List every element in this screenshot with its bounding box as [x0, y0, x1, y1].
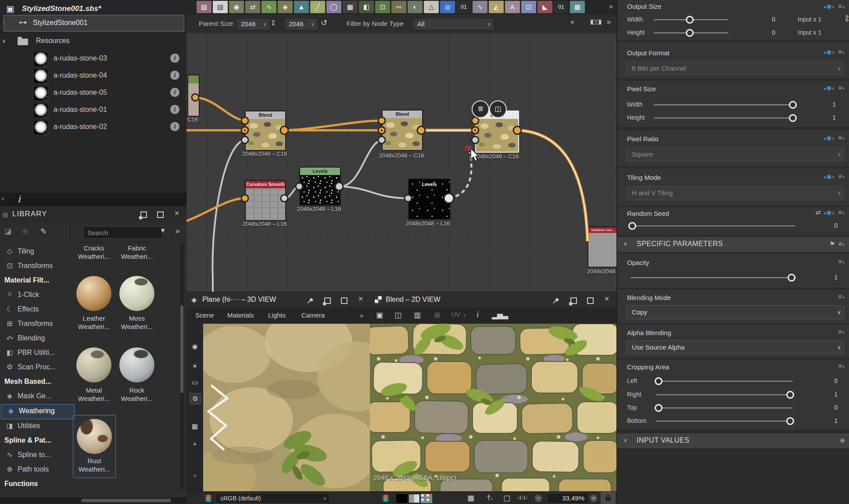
menu-camera[interactable]: Camera — [301, 311, 325, 319]
menu-scene[interactable]: Scene — [195, 311, 214, 319]
tool-warp-icon[interactable]: ◈ — [278, 1, 293, 13]
crop-left-row[interactable]: Left 0 — [617, 375, 849, 388]
edit-pencil-icon[interactable]: ✎ — [40, 227, 47, 236]
node-curvature-smooth[interactable]: Curvature Smooth — [245, 180, 286, 221]
grid-toggle-icon[interactable]: ▦ — [467, 493, 474, 503]
view-2d-viewport[interactable]: 2048 x 2048 (RGBA, 16bpc) — [370, 324, 616, 492]
maximize-window-button[interactable] — [155, 210, 165, 219]
output-format-dropdown[interactable]: 8 Bits per Channel∨ — [626, 61, 844, 75]
reset-size-icon[interactable]: ↺ — [321, 18, 327, 28]
horizontal-scrollbar[interactable] — [0, 497, 186, 504]
histogram-icon[interactable]: ▂▅▃ — [492, 311, 508, 320]
node-graph-canvas[interactable]: C16 Blend 2048x2048 – C16 Blend 2048x204… — [186, 33, 616, 292]
tool-tile-sampler-icon[interactable]: ▦ — [343, 1, 358, 13]
new-image-icon[interactable]: ▣ — [376, 311, 383, 320]
menu-overflow-icon[interactable]: » — [360, 311, 363, 319]
info-icon[interactable]: i — [170, 105, 179, 114]
zoom-level-field[interactable]: 33,49% — [547, 493, 588, 504]
tool-text-icon[interactable]: A — [505, 1, 520, 13]
blending-mode-dropdown[interactable]: Copy∨ — [626, 305, 844, 319]
sidebar-item-weathering[interactable]: ◆Weathering — [1, 404, 75, 419]
tool-value-icon[interactable]: 01 — [554, 1, 569, 13]
crop-right-row[interactable]: Right 1 — [617, 388, 849, 401]
random-seed-row[interactable]: 0 — [617, 219, 849, 232]
crop-bottom-row[interactable]: Bottom 1 — [617, 415, 849, 428]
slider-thumb[interactable] — [628, 222, 636, 230]
uv-chevron-icon[interactable]: ∨ — [463, 312, 466, 318]
info-icon[interactable]: i — [170, 88, 179, 97]
alpha-blending-dropdown[interactable]: Use Source Alpha∨ — [626, 340, 844, 354]
sidebar-item-scan-processing[interactable]: ⚙Scan Proc... — [0, 361, 75, 375]
slider-thumb[interactable] — [655, 377, 663, 385]
tool-slope-blur-icon[interactable]: ╱ — [310, 1, 325, 13]
tool-blur-icon[interactable]: ◉ — [229, 1, 244, 13]
float-window-button[interactable] — [139, 210, 148, 219]
output-size-width-row[interactable]: Width 0 Input x 1 — [617, 13, 849, 26]
save-icon[interactable]: ◫ — [394, 311, 401, 320]
resource-row[interactable]: a-rudas-stone-01 i — [0, 103, 186, 120]
node-blend-1[interactable]: Blend — [245, 111, 286, 151]
filter-funnel-icon[interactable]: ▼ — [160, 227, 166, 234]
slider-thumb[interactable] — [686, 16, 694, 24]
float-window-button[interactable] — [569, 296, 578, 305]
info-icon[interactable]: i — [170, 54, 179, 63]
search-input[interactable] — [83, 226, 162, 239]
opacity-row[interactable]: 1 — [617, 271, 849, 284]
width-height-link-icon[interactable]: ∾ — [842, 15, 849, 22]
light-bulb-icon[interactable]: ☀ — [190, 361, 200, 372]
list-item-rock-weathering[interactable]: Rock Weatheri... — [116, 386, 158, 403]
selected-item-box[interactable]: Rust Weatheri... — [73, 415, 116, 478]
parent-size-width-dropdown[interactable]: 2048∨ — [236, 18, 270, 30]
tool-shape-icon[interactable]: ◯ — [326, 1, 341, 13]
tool-crop-icon[interactable]: ⊡ — [521, 1, 536, 13]
tool-spline-icon[interactable]: ∿ — [473, 1, 487, 13]
node-thumbnail-badge[interactable]: ◫ — [489, 100, 507, 118]
library-overflow-icon[interactable]: » — [176, 227, 179, 236]
size-link-icon[interactable]: ∾ — [269, 19, 278, 26]
pixel-ratio-dropdown[interactable]: Square∨ — [626, 147, 844, 161]
colorspace-dropdown[interactable]: sRGB (default)∨ — [215, 493, 330, 504]
maximize-window-button[interactable] — [339, 296, 349, 305]
new-item-icon[interactable]: ◪ — [4, 227, 11, 236]
graph-tools-icon[interactable]: ◧◨ — [590, 18, 602, 25]
node-uniform-color[interactable]: Uniform Col... — [587, 226, 616, 268]
move-axis-icon[interactable]: + — [190, 439, 200, 449]
tiling-mode-dropdown[interactable]: H and V Tiling∨ — [626, 186, 844, 200]
info-italic-icon[interactable]: i — [476, 310, 479, 319]
info-icon[interactable]: i — [170, 122, 179, 131]
output-size-height-row[interactable]: Height 0 Input x 1 — [617, 26, 849, 39]
menu-lights[interactable]: Lights — [268, 311, 286, 319]
channel-rgba-swatch[interactable] — [421, 494, 432, 503]
toolbar-overflow-icon[interactable]: » — [609, 3, 613, 11]
node-note-badge[interactable]: ≣ — [472, 100, 489, 118]
tool-normal-map-icon[interactable]: ▲ — [294, 1, 309, 13]
sidebar-item-effects[interactable]: ☾Effects — [0, 303, 75, 317]
list-item-cracks-weathering[interactable]: Cracks Weatheri... — [73, 244, 115, 261]
zoom-out-button[interactable]: − — [535, 495, 542, 502]
input-values-header[interactable]: ∨ INPUT VALUES ⊕ — [617, 433, 849, 448]
float-window-button[interactable] — [322, 296, 332, 305]
menu-materials[interactable]: Materials — [227, 311, 254, 319]
mannequin-icon[interactable]: †▪ — [487, 493, 492, 502]
tool-levels-icon[interactable]: ∿ — [262, 1, 276, 13]
tool-transform-icon[interactable]: ⊡ — [375, 1, 390, 13]
channel-gray-swatch[interactable] — [408, 494, 420, 503]
pin-icon[interactable] — [552, 295, 562, 304]
graph-tools-overflow-icon[interactable]: » — [607, 18, 611, 26]
tool-bitmap-icon[interactable]: 01 — [456, 1, 471, 13]
tool-fill-icon[interactable]: ◣ — [537, 1, 552, 13]
node-levels-1[interactable]: Levels — [299, 167, 341, 206]
slider-thumb[interactable] — [786, 417, 794, 425]
tool-gradient-map-icon[interactable]: ▧ — [197, 1, 211, 13]
sidebar-item-transforms-2[interactable]: ⊞Transforms — [0, 317, 75, 332]
node-bitmap-c16[interactable] — [187, 75, 200, 117]
slider-thumb[interactable] — [788, 274, 795, 282]
resource-row[interactable]: a-rudas-stone-04 i — [0, 69, 186, 86]
material-thumbnail-rock[interactable] — [119, 347, 154, 382]
lock-zoom-button[interactable] — [601, 492, 616, 504]
zoom-in-button[interactable]: + — [590, 495, 597, 502]
specific-parameters-header[interactable]: ∨ SPECIFIC PARAMETERS ⚑ ≡∨ — [617, 237, 849, 252]
slider-thumb[interactable] — [789, 101, 797, 109]
list-item-moss-weathering[interactable]: Moss Weatheri... — [116, 314, 158, 331]
view-2d-header[interactable]: Blend – 2D VIEW × — [370, 292, 616, 308]
